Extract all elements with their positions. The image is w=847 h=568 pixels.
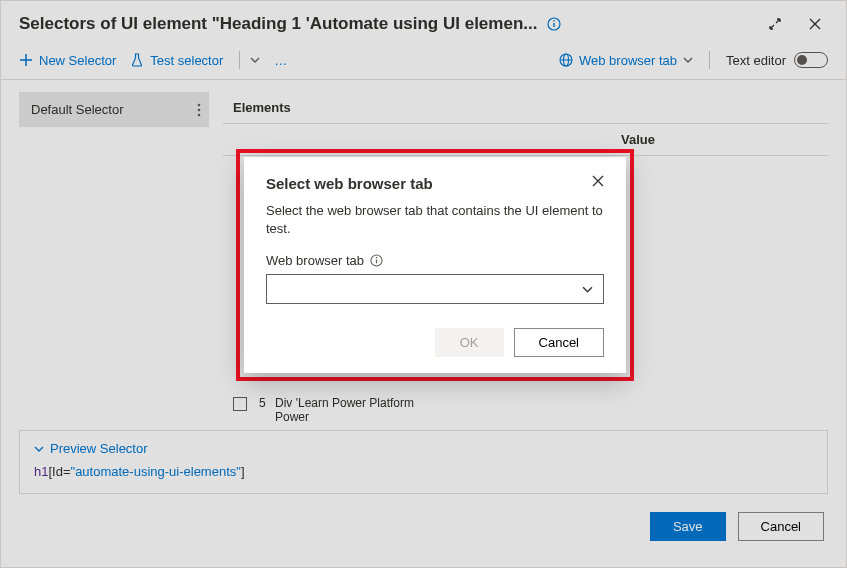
svg-rect-10 [376, 257, 377, 258]
dialog-highlight: Select web browser tab Select the web br… [236, 149, 634, 381]
dialog-cancel-button[interactable]: Cancel [514, 328, 604, 357]
dialog-close-icon[interactable] [592, 175, 604, 187]
web-browser-tab-select[interactable] [266, 274, 604, 304]
dialog-title: Select web browser tab [266, 175, 433, 192]
info-icon[interactable] [370, 254, 383, 267]
chevron-down-icon [582, 284, 593, 295]
field-label-text: Web browser tab [266, 253, 364, 268]
svg-rect-9 [376, 260, 377, 264]
select-browser-tab-dialog: Select web browser tab Select the web br… [244, 157, 626, 373]
ok-button: OK [435, 328, 504, 357]
dialog-body: Select the web browser tab that contains… [266, 202, 604, 237]
field-label: Web browser tab [266, 253, 604, 268]
